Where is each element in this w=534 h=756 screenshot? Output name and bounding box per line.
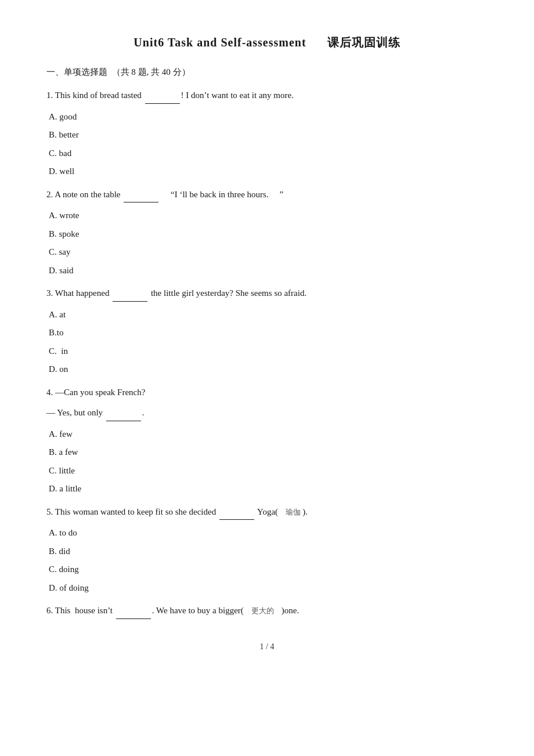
option-3a: A. at: [49, 308, 488, 323]
question-block-3: 3. What happened the little girl yesterd…: [46, 286, 488, 377]
blank-6: [116, 603, 151, 619]
question-1: 1. This kind of bread tasted ! I don’t w…: [46, 88, 488, 104]
option-2a: A. wrote: [49, 208, 488, 223]
question-6: 6. This house isn’t . We have to buy a b…: [46, 603, 488, 619]
option-2d: D. said: [49, 263, 488, 278]
question-4-part2: — Yes, but only .: [46, 406, 488, 421]
section-info: （共 8 题, 共 40 分）: [112, 67, 190, 77]
question-5: 5. This woman wanted to keep fit so she …: [46, 505, 488, 520]
option-1c: C. bad: [49, 146, 488, 161]
blank-5: [219, 505, 254, 520]
question-block-4: 4. —Can you speak French? — Yes, but onl…: [46, 385, 488, 497]
option-5b: B. did: [49, 544, 488, 559]
option-4c: C. little: [49, 464, 488, 479]
option-1a: A. good: [49, 110, 488, 125]
option-3c: C. in: [49, 344, 488, 359]
option-2b: B. spoke: [49, 227, 488, 242]
blank-2: [124, 187, 158, 203]
option-3d: D. on: [49, 362, 488, 377]
option-4b: B. a few: [49, 445, 488, 460]
blank-4: [106, 406, 141, 421]
option-5a: A. to do: [49, 526, 488, 541]
blank-1: [145, 88, 180, 104]
question-2: 2. A note on the table “I ‘ll be back in…: [46, 187, 488, 203]
section-header: 一、单项选择题 （共 8 题, 共 40 分）: [46, 67, 488, 78]
page-title: Unit6 Task and Self-assessment 课后巩固训练: [46, 35, 488, 50]
question-block-1: 1. This kind of bread tasted ! I don’t w…: [46, 88, 488, 179]
option-1b: B. better: [49, 128, 488, 143]
page-number: 1 / 4: [46, 642, 488, 652]
question-4-part1: 4. —Can you speak French?: [46, 385, 488, 400]
option-3b: B.to: [49, 325, 488, 341]
option-4a: A. few: [49, 427, 488, 442]
title-english: Unit6 Task and Self-assessment: [134, 36, 306, 49]
option-2c: C. say: [49, 245, 488, 260]
question-block-6: 6. This house isn’t . We have to buy a b…: [46, 603, 488, 619]
blank-3: [113, 286, 147, 302]
option-1d: D. well: [49, 164, 488, 179]
question-3: 3. What happened the little girl yesterd…: [46, 286, 488, 302]
option-4d: D. a little: [49, 482, 488, 497]
option-5d: D. of doing: [49, 581, 488, 596]
section-label: 一、单项选择题: [46, 67, 107, 77]
question-block-2: 2. A note on the table “I ‘ll be back in…: [46, 187, 488, 278]
title-chinese: 课后巩固训练: [327, 36, 400, 49]
option-5c: C. doing: [49, 562, 488, 577]
question-block-5: 5. This woman wanted to keep fit so she …: [46, 505, 488, 596]
